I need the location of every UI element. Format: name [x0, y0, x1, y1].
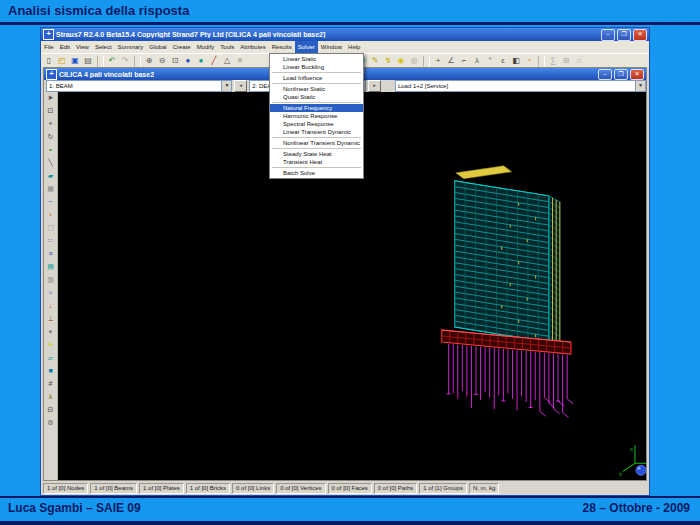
pie-icon[interactable]: ◔ — [523, 55, 535, 67]
app-titlebar[interactable]: + Straus7 R2.4.0 Beta15.4 Copyright Stra… — [41, 28, 649, 41]
toolbar-separator — [134, 56, 141, 67]
wireframe-sphere-icon[interactable]: ● — [195, 55, 207, 67]
show-links-icon[interactable]: ≈ — [45, 287, 57, 299]
solver-menu-item-linear-transient-dynamic[interactable]: Linear Transient Dynamic — [270, 128, 363, 136]
numbers-icon[interactable]: # — [45, 378, 57, 390]
case-step-button-2[interactable]: ▸ — [368, 80, 381, 92]
status-cell-5: 0 of [0] Vertices — [276, 483, 325, 494]
solver-menu-item-steady-state-heat[interactable]: Steady State Heat — [270, 150, 363, 158]
property-case-combo[interactable]: 1: BEAM ▼ — [46, 80, 232, 92]
menu-window[interactable]: Window — [318, 41, 345, 53]
menu-select[interactable]: Select — [92, 41, 115, 53]
draw-poly-icon[interactable]: △ — [221, 55, 233, 67]
grid-icon[interactable]: ⌗ — [234, 55, 246, 67]
light-on-icon[interactable]: ◉ — [395, 55, 407, 67]
plate-select-icon[interactable]: ▰ — [45, 170, 57, 182]
menu-create[interactable]: Create — [170, 41, 194, 53]
svg-text:z: z — [619, 471, 622, 477]
pan-icon[interactable]: + — [45, 118, 57, 130]
menu-summary[interactable]: Summary — [115, 41, 147, 53]
menu-global[interactable]: Global — [146, 41, 169, 53]
vertex-icon[interactable]: ∘ — [45, 209, 57, 221]
select-pointer-icon[interactable]: ➤ — [45, 92, 57, 104]
solver-menu-item-load-influence[interactable]: Load Influence — [270, 74, 363, 82]
maximize-button[interactable]: ❐ — [617, 29, 631, 41]
status-cell-8: 1 of [1] Groups — [419, 483, 467, 494]
menu-help[interactable]: Help — [345, 41, 363, 53]
shade-sphere-icon[interactable]: ● — [182, 55, 194, 67]
light-off-icon[interactable]: ◎ — [408, 55, 420, 67]
menu-attributes[interactable]: Attributes — [237, 41, 268, 53]
status-bar: 1 of [0] Nodes1 of [0] Beams1 of [0] Pla… — [41, 482, 649, 495]
show-bricks-icon[interactable]: ▥ — [45, 274, 57, 286]
contour-icon[interactable]: ◧ — [510, 55, 522, 67]
zoom-extents-icon[interactable]: ⊡ — [169, 55, 181, 67]
menu-edit[interactable]: Edit — [57, 41, 73, 53]
node-select-icon[interactable]: • — [45, 144, 57, 156]
chevron-down-icon[interactable]: ▼ — [221, 81, 231, 91]
lambda-icon[interactable]: λ — [471, 55, 483, 67]
wireframe-icon[interactable]: ▱ — [45, 352, 57, 364]
chevron-down-icon[interactable]: ▼ — [635, 81, 645, 91]
menu-solver[interactable]: Solver — [295, 41, 318, 53]
zoom-box-icon[interactable]: ⊡ — [45, 105, 57, 117]
menu-modify[interactable]: Modify — [194, 41, 218, 53]
print-icon[interactable]: ▤ — [82, 55, 94, 67]
solver-menu-item-spectral-response[interactable]: Spectral Response — [270, 120, 363, 128]
corner-icon[interactable]: ⌐ — [458, 55, 470, 67]
solver-menu-item-nonlinear-transient-dynamic[interactable]: Nonlinear Transient Dynamic — [270, 139, 363, 147]
face-icon[interactable]: ▢ — [45, 222, 57, 234]
beam-select-icon[interactable]: ╲ — [45, 157, 57, 169]
degree-icon[interactable]: ° — [484, 55, 496, 67]
close-button[interactable]: ✕ — [633, 29, 647, 41]
zoom-out-icon[interactable]: ⊖ — [156, 55, 168, 67]
brick-select-icon[interactable]: ▦ — [45, 183, 57, 195]
restraints-icon[interactable]: ⊥ — [45, 313, 57, 325]
solver-menu-item-linear-static[interactable]: Linear Static — [270, 55, 363, 63]
show-beams-icon[interactable]: ≡ — [45, 248, 57, 260]
table-icon[interactable]: ⊞ — [560, 55, 572, 67]
show-plates-icon[interactable]: ▤ — [45, 261, 57, 273]
sum-icon[interactable]: ∑ — [547, 55, 559, 67]
home-icon[interactable]: ⌂ — [573, 55, 585, 67]
link-select-icon[interactable]: ~ — [45, 196, 57, 208]
solver-menu-item-quasi-static[interactable]: Quasi Static — [270, 93, 363, 101]
model-minimize-button[interactable]: – — [598, 69, 612, 80]
save-icon[interactable]: ▣ — [69, 55, 81, 67]
redo-icon[interactable]: ↷ — [119, 55, 131, 67]
combination-case-combo[interactable]: Load 1+2 [Service] ▼ — [395, 80, 646, 92]
angle-icon[interactable]: ∠ — [445, 55, 457, 67]
menu-view[interactable]: View — [73, 41, 92, 53]
minimize-button[interactable]: – — [601, 29, 615, 41]
loads-icon[interactable]: ↓ — [45, 300, 57, 312]
bolt-icon[interactable]: ↯ — [382, 55, 394, 67]
solver-menu-item-harmonic-response[interactable]: Harmonic Response — [270, 112, 363, 120]
case-step-button[interactable]: ◂ — [234, 80, 247, 92]
light-icon[interactable]: ☀ — [45, 339, 57, 351]
edit-pencil-icon[interactable]: ✎ — [369, 55, 381, 67]
solver-menu-item-nonlinear-static[interactable]: Nonlinear Static — [270, 85, 363, 93]
menu-results[interactable]: Results — [269, 41, 295, 53]
undo-icon[interactable]: ↶ — [106, 55, 118, 67]
options-icon[interactable]: ⚙ — [45, 417, 57, 429]
solver-menu-item-linear-buckling[interactable]: Linear Buckling — [270, 63, 363, 71]
solid-icon[interactable]: ■ — [45, 365, 57, 377]
menu-tools[interactable]: Tools — [217, 41, 237, 53]
crosshair-icon[interactable]: + — [432, 55, 444, 67]
solver-menu-item-transient-heat[interactable]: Transient Heat — [270, 158, 363, 166]
property-icon[interactable]: λ — [45, 391, 57, 403]
model-close-button[interactable]: ✕ — [630, 69, 644, 80]
strain-icon[interactable]: ε — [497, 55, 509, 67]
show-nodes-icon[interactable]: ∷ — [45, 235, 57, 247]
solver-menu-item-natural-frequency[interactable]: Natural Frequency — [270, 104, 363, 112]
solver-menu-item-batch-solve[interactable]: Batch Solve — [270, 169, 363, 177]
menu-file[interactable]: File — [41, 41, 57, 53]
model-maximize-button[interactable]: ❐ — [614, 69, 628, 80]
groups-icon[interactable]: ⊟ — [45, 404, 57, 416]
rotate-icon[interactable]: ↻ — [45, 131, 57, 143]
open-file-icon[interactable]: ◰ — [56, 55, 68, 67]
new-file-icon[interactable]: ▯ — [43, 55, 55, 67]
axes-icon[interactable]: ⌖ — [45, 326, 57, 338]
zoom-in-icon[interactable]: ⊕ — [143, 55, 155, 67]
draw-line-icon[interactable]: ╱ — [208, 55, 220, 67]
